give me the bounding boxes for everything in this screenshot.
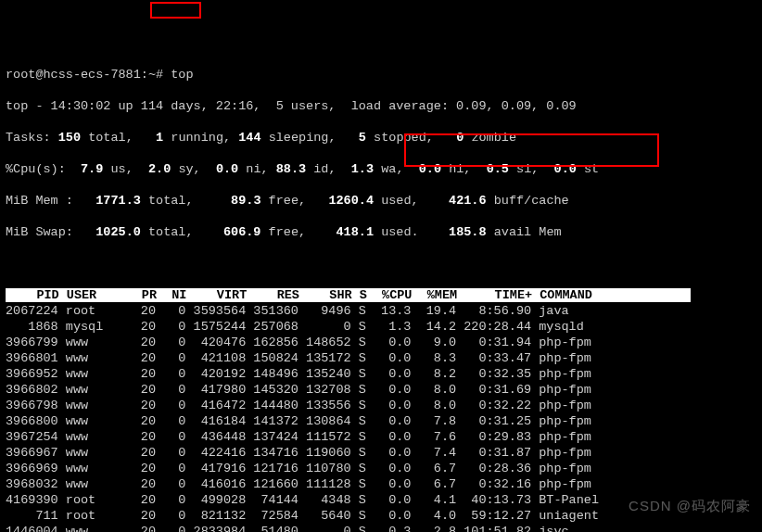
process-row[interactable]: 3966967 www 20 0 422416 134716 119060 S … [6, 445, 756, 461]
process-row[interactable]: 3966802 www 20 0 417980 145320 132708 S … [6, 382, 756, 398]
process-table: PID USER PR NI VIRT RES SHR S %CPU %MEM … [6, 287, 756, 532]
process-row[interactable]: 3968032 www 20 0 416016 121660 111128 S … [6, 476, 756, 492]
process-row[interactable]: 1868 mysql 20 0 1575244 257068 0 S 1.3 1… [6, 319, 756, 335]
top-cpu-line: %Cpu(s): 7.9 us, 2.0 sy, 0.0 ni, 88.3 id… [6, 161, 756, 177]
process-header[interactable]: PID USER PR NI VIRT RES SHR S %CPU %MEM … [6, 287, 756, 303]
top-mem-line: MiB Mem : 1771.3 total, 89.3 free, 1260.… [6, 193, 756, 209]
process-row[interactable]: 3966969 www 20 0 417916 121716 110780 S … [6, 461, 756, 476]
process-row[interactable]: 3966799 www 20 0 420476 162856 148652 S … [6, 335, 756, 350]
process-row[interactable]: 711 root 20 0 821132 72584 5640 S 0.0 4.… [6, 508, 756, 524]
process-row[interactable]: 3966952 www 20 0 420192 148496 135240 S … [6, 366, 756, 382]
process-row[interactable]: 1446004 www 20 0 2833984 51480 0 S 0.3 2… [6, 524, 756, 532]
process-row[interactable]: 3966800 www 20 0 416184 141372 130864 S … [6, 413, 756, 429]
process-row[interactable]: 4169390 root 20 0 499028 74144 4348 S 0.… [6, 492, 756, 508]
highlight-box-command [150, 2, 201, 19]
blank-line [6, 256, 756, 272]
process-row[interactable]: 3967254 www 20 0 436448 137424 111572 S … [6, 429, 756, 445]
top-swap-line: MiB Swap: 1025.0 total, 606.9 free, 418.… [6, 224, 756, 240]
top-uptime-line: top - 14:30:02 up 114 days, 22:16, 5 use… [6, 98, 756, 114]
process-row[interactable]: 2067224 root 20 0 3593564 351360 9496 S … [6, 303, 756, 319]
top-tasks-line: Tasks: 150 total, 1 running, 144 sleepin… [6, 130, 756, 146]
shell-prompt-line[interactable]: root@hcss-ecs-7881:~# top [6, 67, 756, 82]
process-row[interactable]: 3966801 www 20 0 421108 150824 135172 S … [6, 350, 756, 366]
process-row[interactable]: 3966798 www 20 0 416472 144480 133556 S … [6, 398, 756, 413]
